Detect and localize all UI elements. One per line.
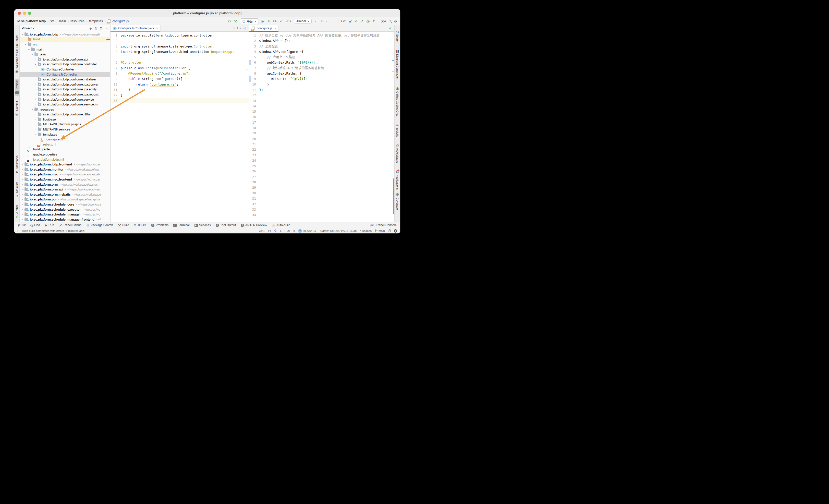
tree-row[interactable]: CConfigureController <box>20 67 110 72</box>
locate-file-icon[interactable]: ⊕ <box>89 27 92 30</box>
tool-button-package-search[interactable]: ⇊Package Search <box>86 223 113 227</box>
tree-row[interactable]: ›main <box>20 47 110 52</box>
git-branch[interactable]: main <box>375 229 385 232</box>
tree-row[interactable]: ›io.sc.platform.monitor- ~/wspsc/workspa… <box>20 167 110 172</box>
breadcrumb-item[interactable]: resources <box>70 20 84 23</box>
minimize-window-button[interactable] <box>23 12 26 15</box>
tree-row[interactable]: ›templates <box>20 132 110 137</box>
git-push-icon[interactable]: ↗ <box>361 20 364 23</box>
tree-chevron-icon[interactable]: › <box>34 133 37 136</box>
tree-chevron-icon[interactable]: › <box>28 48 31 51</box>
sync-icon[interactable]: ⟳ <box>228 20 231 23</box>
breadcrumb-item[interactable]: io.sc.platform.lcdp <box>17 20 46 23</box>
zoom-window-button[interactable] <box>28 12 31 15</box>
tree-row[interactable]: ›liquibase <box>20 117 110 122</box>
tree-row[interactable]: ›io.sc.platform.scheduler.core- ~/wspsc/… <box>20 202 110 207</box>
tree-row[interactable]: CConfigureJsController <box>20 72 110 77</box>
close-tab-icon[interactable]: × <box>275 27 276 30</box>
tree-row[interactable]: ›io.sc.platform.lcdp.configure.controlle… <box>20 62 110 67</box>
collapse-all-icon[interactable]: ⇅ <box>95 27 97 30</box>
tree-row[interactable]: Gbuild.gradle <box>20 147 110 152</box>
tree-chevron-icon[interactable]: › <box>34 78 38 81</box>
lock-icon[interactable] <box>388 229 391 232</box>
tree-chevron-icon[interactable]: › <box>21 173 24 176</box>
stripe-tab-search[interactable]: Search <box>396 29 399 45</box>
tree-row[interactable]: ›io.sc.platform.scheduler.manager- ~/wsp… <box>20 212 110 217</box>
next-problem-icon[interactable]: ∨ <box>243 27 245 30</box>
js-code-area[interactable]: 1234567891011121314151617181920212223242… <box>249 32 394 222</box>
stripe-tab-structure[interactable]: Structure∷ <box>15 180 19 200</box>
hide-panel-icon[interactable]: — <box>105 27 108 30</box>
tree-row[interactable]: io.sc.platform.lcdp.iml <box>20 157 110 162</box>
tree-chevron-icon[interactable]: › <box>34 123 38 126</box>
stripe-tab-coverage[interactable]: Coverage <box>396 191 399 212</box>
stripe-tab-notifications[interactable]: ΩNotifications <box>396 168 399 191</box>
tree-row[interactable]: ›io.sc.platform.lcdp.configure.jpa.conve… <box>20 82 110 87</box>
tree-row[interactable]: ›io.sc.platform.scheduler.executor- ~/ws… <box>20 207 110 212</box>
tree-chevron-icon[interactable]: › <box>21 218 24 221</box>
breadcrumb-item[interactable]: templates <box>89 20 103 23</box>
stripe-tab-bookmarks[interactable]: Bookmarks⚑ <box>15 154 19 176</box>
prev-problem-icon[interactable]: ∧ <box>240 27 242 30</box>
tree-row[interactable]: ›io.sc.platform.orm.api- ~/wspsc/workspa… <box>20 187 110 192</box>
tree-row[interactable]: JSconfigure.js <box>20 137 110 142</box>
tool-button-rebel-debug[interactable]: Rebel Debug <box>59 223 81 227</box>
file-encoding[interactable]: UTF-8 <box>287 229 295 232</box>
search-icon[interactable] <box>389 20 391 23</box>
inspection-widget[interactable]: ⚠ 2 ∧ ∨ <box>232 27 245 30</box>
tree-row[interactable]: ≡gradle.properties <box>20 152 110 157</box>
stripe-tab-project[interactable]: Project <box>15 79 19 96</box>
tree-chevron-icon[interactable]: › <box>34 83 38 86</box>
stripe-tab-zoolytic[interactable]: ◎zoolytic <box>396 122 399 139</box>
git-commit-icon[interactable]: ✓ <box>355 20 358 23</box>
build-hammer-icon[interactable]: ⚒ <box>234 20 238 23</box>
tree-chevron-icon[interactable]: › <box>34 88 38 91</box>
jrebel-run-icon[interactable] <box>280 19 283 23</box>
tree-row[interactable]: ›io.sc.platform.lcdp.configure.initializ… <box>20 77 110 82</box>
tree-row[interactable]: ›io.sc.platform.mvc- ~/wspsc/workspace/w… <box>20 172 110 177</box>
tree-chevron-icon[interactable]: › <box>21 178 24 181</box>
tool-button-run[interactable]: ▶Run <box>45 223 54 227</box>
tree-chevron-icon[interactable]: › <box>21 163 24 166</box>
tool-button-auto-build[interactable]: ⚠Auto-build <box>272 223 290 227</box>
breadcrumb-item[interactable]: main <box>59 20 66 23</box>
breadcrumb-item[interactable]: src <box>50 20 55 23</box>
jrebel-profile-icon[interactable] <box>315 19 318 23</box>
tree-chevron-icon[interactable]: › <box>34 113 38 116</box>
stripe-tab-commit[interactable]: Commit◎ <box>15 99 19 117</box>
git-blame[interactable]: Blame: You 2024/8/15 16:38 <box>320 229 357 232</box>
tree-row[interactable]: ›io.sc.platform.orm- ~/wspsc/workspace/w… <box>20 182 110 187</box>
tree-chevron-icon[interactable]: › <box>34 128 38 131</box>
tree-row[interactable]: ›build <box>20 37 110 42</box>
run-config-select[interactable]: ▢平台▼ <box>240 19 258 24</box>
tree-row[interactable]: ›io.sc.platform.mvc.frontend- ~/wspsc/wo… <box>20 177 110 182</box>
stripe-tab-ai-assistant[interactable]: @AI Assistant <box>396 142 399 165</box>
copilot-status-icon[interactable]: ⊘ <box>268 229 271 232</box>
coverage-run-icon[interactable]: C▶ <box>273 20 277 23</box>
tool-button-todo[interactable]: ≡TODO <box>134 223 146 227</box>
jrebel-debug-icon[interactable] <box>286 19 291 23</box>
tool-button-find[interactable]: Find <box>30 223 40 227</box>
changes-widget[interactable]: ▲60 Δ/0↑ 1↓ <box>298 229 317 232</box>
tree-row[interactable]: ›META-INF.platform.plugins <box>20 122 110 127</box>
settings-icon[interactable]: ⚙ <box>394 20 397 23</box>
tree-row[interactable]: ›io.sc.platform.lcdp.configure.service.i… <box>20 102 110 107</box>
rollback-icon[interactable]: ↶ <box>372 20 375 23</box>
tree-row[interactable]: ›io.sc.platform.lcdp.frontend- ~/wspsc/w… <box>20 162 110 167</box>
tree-chevron-icon[interactable]: › <box>21 208 24 211</box>
google-icon[interactable]: G <box>275 229 277 232</box>
tab-configurejscontroller-java[interactable]: C ConfigureJsController.java × <box>110 25 160 31</box>
tool-button-tool-output[interactable]: ATool Output <box>216 223 236 227</box>
forward-icon[interactable]: → <box>332 20 335 23</box>
tree-row[interactable]: ›META-INF.services <box>20 127 110 132</box>
run-icon[interactable]: ▶ <box>262 20 264 23</box>
tree-row[interactable]: <>rebel.xml <box>20 142 110 147</box>
tree-row[interactable]: ›io.sc.platform.lcdp- ~/wspsc/workspace/… <box>20 32 110 37</box>
tree-row[interactable]: ›io.sc.platform.scheduler.manager.fronte… <box>20 217 110 222</box>
tool-button-build[interactable]: ⚒Build <box>118 223 129 227</box>
tree-chevron-icon[interactable]: › <box>21 193 24 196</box>
caret-position[interactable]: 37:1 <box>259 229 265 232</box>
stripe-tab-github-copilot-chat[interactable]: ◉GitHub Copilot Chat <box>396 85 399 118</box>
java-code-area[interactable]: 12345678910111213package io.sc.platform.… <box>110 32 249 222</box>
close-tab-icon[interactable]: × <box>156 27 158 30</box>
